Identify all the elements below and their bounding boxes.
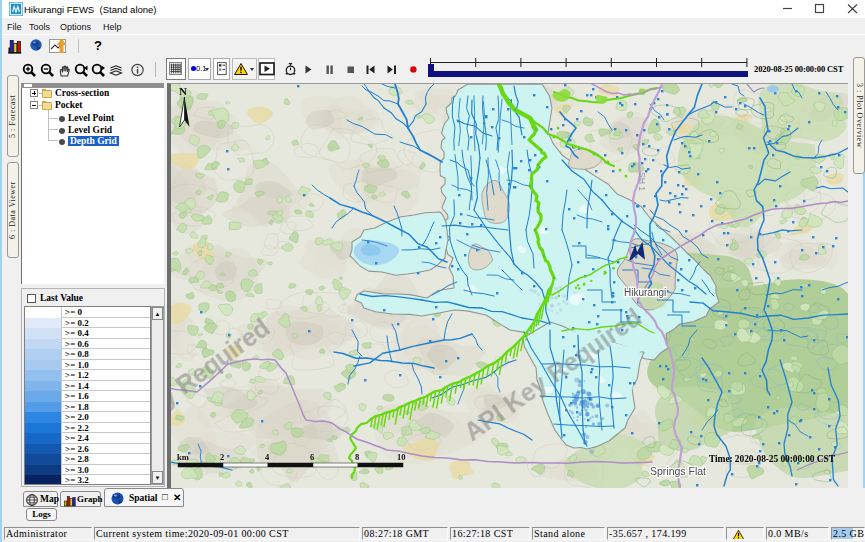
- svg-text:km: km: [177, 452, 189, 462]
- svg-text:SH 1: SH 1: [637, 172, 647, 191]
- svg-text:6: 6: [310, 452, 314, 462]
- svg-text:8: 8: [355, 452, 359, 462]
- svg-text:Time: 2020-08-25 00:00:00 CST: Time: 2020-08-25 00:00:00 CST: [709, 454, 836, 464]
- svg-text:10: 10: [397, 452, 406, 462]
- svg-text:N: N: [179, 85, 187, 97]
- svg-text:2: 2: [220, 452, 224, 462]
- svg-text:Springs Flat: Springs Flat: [650, 465, 706, 477]
- svg-text:Hikurangi: Hikurangi: [624, 287, 666, 298]
